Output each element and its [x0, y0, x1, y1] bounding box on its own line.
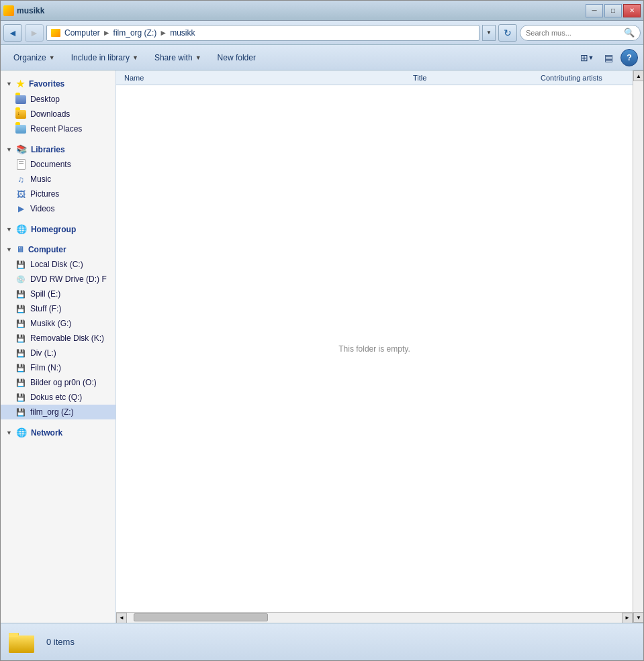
- stuff-icon: 💾: [15, 303, 26, 314]
- music-label: Music: [30, 174, 51, 184]
- sidebar-item-music[interactable]: ♫ Music: [1, 172, 116, 187]
- sidebar-item-dokus[interactable]: 💾 Dokus etc (Q:): [1, 390, 116, 405]
- music-icon: ♫: [15, 174, 26, 185]
- homegroup-label: Homegroup: [31, 225, 76, 234]
- computer-label: Computer: [28, 245, 66, 254]
- bilder-label: Bilder og pr0n (O:): [30, 378, 97, 387]
- sidebar-section-computer[interactable]: ▼ 🖥 Computer: [1, 242, 116, 257]
- sidebar-item-local-disk[interactable]: 💾 Local Disk (C:): [1, 257, 116, 272]
- sidebar-item-stuff[interactable]: 💾 Stuff (F:): [1, 301, 116, 316]
- computer-icon: 🖥: [16, 245, 24, 254]
- sidebar-item-documents[interactable]: Documents: [1, 157, 116, 172]
- preview-pane-button[interactable]: ▤: [599, 49, 618, 66]
- local-disk-icon: 💾: [15, 259, 26, 270]
- vertical-scrollbar: ▲ ▼: [633, 70, 643, 623]
- scroll-down-button[interactable]: ▼: [633, 612, 643, 623]
- sidebar: ▼ ★ Favorites Desktop ↓ Downloads: [1, 70, 116, 623]
- organize-button[interactable]: Organize ▼: [6, 48, 62, 67]
- col-header-contributing[interactable]: Contributing artists: [538, 74, 632, 82]
- sidebar-item-div[interactable]: 💾 Div (L:): [1, 346, 116, 360]
- forward-button[interactable]: ►: [25, 24, 44, 42]
- toolbar: Organize ▼ Include in library ▼ Share wi…: [1, 45, 643, 70]
- preview-icon: ▤: [604, 52, 613, 63]
- path-musikk[interactable]: musikk: [170, 28, 195, 38]
- sidebar-item-musikk-g[interactable]: 💾 Musikk (G:): [1, 316, 116, 331]
- toolbar-right: ⊞ ▼ ▤ ?: [578, 49, 638, 66]
- path-film-org[interactable]: film_org (Z:): [113, 28, 157, 38]
- v-scroll-track[interactable]: [633, 81, 643, 612]
- dvd-rw-label: DVD RW Drive (D:) F: [30, 274, 107, 284]
- sidebar-section-network[interactable]: ▼ 🌐 Network: [1, 425, 116, 440]
- spill-icon: 💾: [15, 289, 26, 299]
- organize-label: Organize: [13, 53, 46, 62]
- address-path[interactable]: Computer ► film_org (Z:) ► musikk: [46, 25, 479, 41]
- view-dropdown-icon: ▼: [588, 54, 594, 61]
- view-options-button[interactable]: ⊞ ▼: [578, 49, 596, 66]
- new-folder-button[interactable]: New folder: [210, 48, 263, 67]
- maximize-button[interactable]: □: [604, 4, 622, 17]
- address-dropdown-button[interactable]: ▼: [482, 25, 496, 41]
- libraries-label: Libraries: [31, 145, 65, 154]
- help-button[interactable]: ?: [620, 49, 638, 66]
- sidebar-item-dvd-rw[interactable]: 💿 DVD RW Drive (D:) F: [1, 272, 116, 287]
- sidebar-section-favorites[interactable]: ▼ ★ Favorites: [1, 76, 116, 92]
- removable-disk-label: Removable Disk (K:): [30, 334, 104, 343]
- videos-label: Videos: [30, 204, 54, 213]
- scroll-left-button[interactable]: ◄: [116, 613, 127, 623]
- share-with-label: Share with: [154, 53, 193, 62]
- sidebar-item-film-n[interactable]: 💾 Film (N:): [1, 360, 116, 375]
- sidebar-item-videos[interactable]: ▶ Videos: [1, 201, 116, 216]
- favorites-arrow: ▼: [6, 81, 12, 87]
- network-label: Network: [31, 428, 62, 438]
- scroll-track[interactable]: [127, 613, 622, 623]
- view-icon: ⊞: [580, 52, 588, 63]
- downloads-label: Downloads: [30, 109, 70, 119]
- spill-label: Spill (E:): [30, 289, 60, 299]
- organize-dropdown-icon: ▼: [49, 54, 55, 61]
- include-in-library-button[interactable]: Include in library ▼: [64, 48, 146, 67]
- refresh-button[interactable]: ↻: [498, 24, 517, 42]
- content-area: This folder is empty.: [116, 85, 633, 612]
- sidebar-item-film-org[interactable]: 💾 film_org (Z:): [1, 405, 116, 419]
- pictures-icon: 🖼: [15, 189, 26, 199]
- sidebar-section-libraries[interactable]: ▼ 📚 Libraries: [1, 142, 116, 157]
- scroll-right-button[interactable]: ►: [622, 613, 633, 623]
- sidebar-item-spill[interactable]: 💾 Spill (E:): [1, 287, 116, 301]
- minimize-button[interactable]: ─: [586, 4, 603, 17]
- search-input[interactable]: [526, 29, 621, 37]
- col-header-title[interactable]: Title: [410, 74, 538, 82]
- sidebar-item-removable-disk[interactable]: 💾 Removable Disk (K:): [1, 331, 116, 346]
- film-org-icon: 💾: [15, 407, 26, 417]
- title-buttons: ─ □ ✕: [586, 4, 641, 17]
- favorites-label: Favorites: [29, 79, 64, 89]
- col-header-name[interactable]: Name: [122, 74, 410, 82]
- scroll-thumb[interactable]: [134, 613, 268, 621]
- main-area: ▼ ★ Favorites Desktop ↓ Downloads: [1, 70, 643, 623]
- film-org-label: film_org (Z:): [30, 407, 74, 417]
- favorites-icon: ★: [16, 79, 25, 89]
- address-bar: ◄ ► Computer ► film_org (Z:) ► musikk ▼ …: [1, 21, 643, 45]
- div-label: Div (L:): [30, 348, 56, 358]
- dokus-icon: 💾: [15, 392, 26, 403]
- sidebar-item-recent-places[interactable]: Recent Places: [1, 121, 116, 136]
- sidebar-item-bilder[interactable]: 💾 Bilder og pr0n (O:): [1, 375, 116, 390]
- sidebar-item-pictures[interactable]: 🖼 Pictures: [1, 187, 116, 201]
- search-icon[interactable]: 🔍: [624, 28, 635, 38]
- sidebar-item-downloads[interactable]: ↓ Downloads: [1, 107, 116, 121]
- pictures-label: Pictures: [30, 189, 59, 199]
- film-n-label: Film (N:): [30, 363, 61, 372]
- path-sep-2: ►: [159, 28, 167, 38]
- close-button[interactable]: ✕: [623, 4, 641, 17]
- back-button[interactable]: ◄: [3, 24, 22, 42]
- share-with-button[interactable]: Share with ▼: [147, 48, 209, 67]
- sidebar-item-desktop[interactable]: Desktop: [1, 92, 116, 107]
- search-box[interactable]: 🔍: [520, 25, 641, 41]
- homegroup-icon: 🌐: [16, 224, 27, 234]
- path-computer[interactable]: Computer: [64, 28, 100, 38]
- include-in-library-label: Include in library: [71, 53, 130, 62]
- sidebar-section-homegroup[interactable]: ▼ 🌐 Homegroup: [1, 221, 116, 237]
- scroll-up-button[interactable]: ▲: [633, 70, 643, 81]
- homegroup-arrow: ▼: [6, 226, 12, 233]
- path-sep-1: ►: [103, 28, 111, 38]
- content-pane: Name Title Contributing artists Album Th…: [116, 70, 633, 623]
